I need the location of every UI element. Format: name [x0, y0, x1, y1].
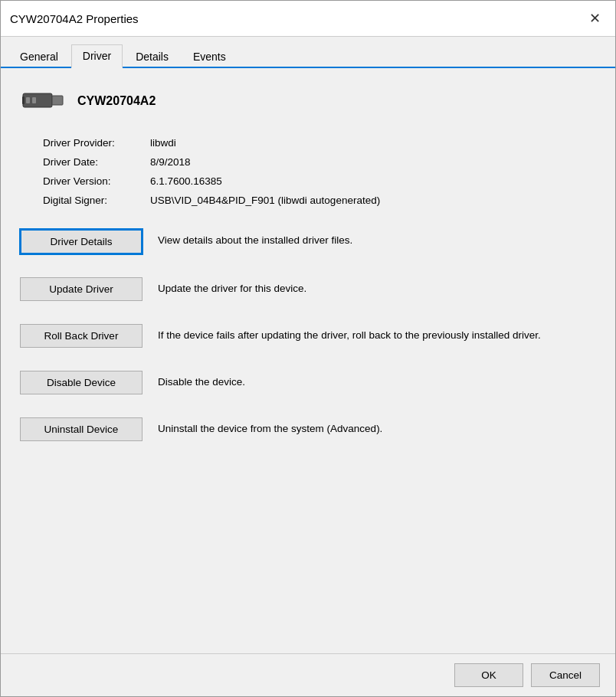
date-value: 8/9/2018	[150, 156, 596, 168]
date-label: Driver Date:	[43, 156, 150, 168]
info-table: Driver Provider: libwdi Driver Date: 8/9…	[43, 137, 596, 206]
uninstall-device-button[interactable]: Uninstall Device	[20, 417, 143, 441]
tab-events[interactable]: Events	[182, 44, 238, 68]
roll-back-driver-description: If the device fails after updating the d…	[158, 324, 541, 343]
tab-driver[interactable]: Driver	[71, 44, 123, 68]
window-title: CYW20704A2 Properties	[10, 12, 139, 25]
svg-rect-1	[52, 96, 63, 105]
signer-label: Digital Signer:	[43, 195, 150, 206]
close-button[interactable]: ✕	[583, 7, 606, 30]
driver-details-button[interactable]: Driver Details	[20, 229, 143, 254]
device-name: CYW20704A2	[77, 94, 156, 108]
usb-icon-svg	[22, 87, 64, 114]
driver-details-row: Driver Details View details about the in…	[20, 221, 596, 262]
title-bar: CYW20704A2 Properties ✕	[1, 1, 615, 37]
roll-back-driver-row: Roll Back Driver If the device fails aft…	[20, 316, 596, 355]
tab-bar: General Driver Details Events	[1, 37, 615, 68]
driver-details-description: View details about the installed driver …	[158, 229, 352, 248]
svg-rect-4	[22, 97, 25, 104]
device-icon	[20, 83, 66, 118]
device-header: CYW20704A2	[20, 83, 596, 118]
uninstall-device-row: Uninstall Device Uninstall the device fr…	[20, 410, 596, 449]
update-driver-button[interactable]: Update Driver	[20, 277, 143, 301]
disable-device-button[interactable]: Disable Device	[20, 371, 143, 394]
signer-value: USB\VID_04B4&PID_F901 (libwdi autogenera…	[150, 195, 596, 206]
roll-back-driver-button[interactable]: Roll Back Driver	[20, 324, 143, 348]
disable-device-description: Disable the device.	[158, 371, 245, 390]
provider-value: libwdi	[150, 137, 596, 149]
version-value: 6.1.7600.16385	[150, 175, 596, 187]
update-driver-description: Update the driver for this device.	[158, 277, 306, 296]
version-label: Driver Version:	[43, 175, 150, 187]
svg-rect-3	[32, 97, 36, 103]
ok-button[interactable]: OK	[454, 663, 523, 687]
svg-rect-2	[26, 97, 30, 103]
provider-label: Driver Provider:	[43, 137, 150, 149]
update-driver-row: Update Driver Update the driver for this…	[20, 270, 596, 309]
cancel-button[interactable]: Cancel	[531, 663, 600, 687]
uninstall-device-description: Uninstall the device from the system (Ad…	[158, 417, 382, 437]
content-area: CYW20704A2 Driver Provider: libwdi Drive…	[1, 68, 615, 653]
disable-device-row: Disable Device Disable the device.	[20, 363, 596, 402]
properties-window: CYW20704A2 Properties ✕ General Driver D…	[0, 0, 616, 697]
tab-general[interactable]: General	[8, 44, 70, 68]
tab-details[interactable]: Details	[124, 44, 180, 68]
footer: OK Cancel	[1, 653, 615, 696]
